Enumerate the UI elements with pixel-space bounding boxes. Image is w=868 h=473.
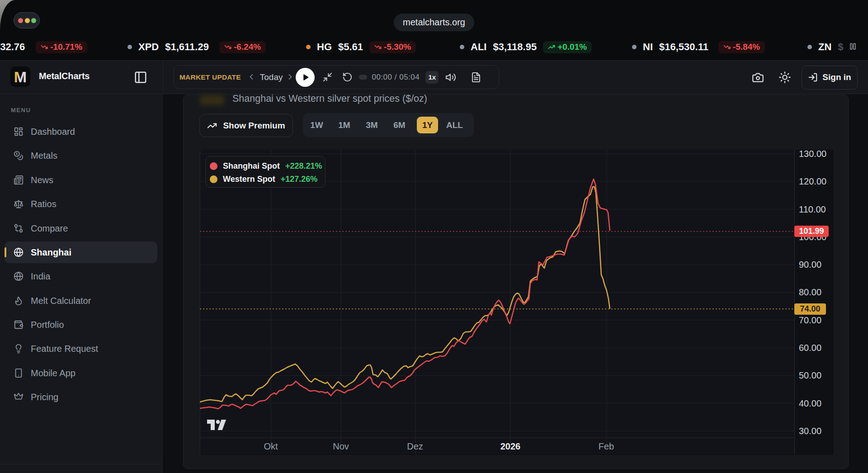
svg-text:M: M [14,68,27,85]
